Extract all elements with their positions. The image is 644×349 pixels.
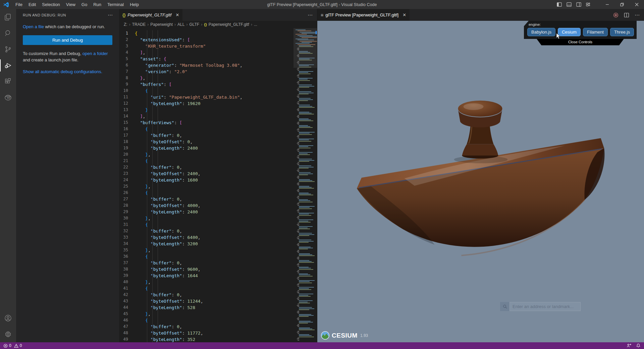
- cesium-3d-viewport[interactable]: engine: Babylon.jsCesiumFilamentThree.js…: [317, 21, 644, 342]
- paperweight-3d-model[interactable]: [317, 21, 644, 342]
- menu-edit[interactable]: Edit: [25, 0, 39, 9]
- code-line[interactable]: 16 {: [119, 126, 293, 132]
- code-line[interactable]: 26 {: [119, 190, 293, 196]
- code-line[interactable]: 38 "byteOffset": 9600,: [119, 266, 293, 272]
- menu-terminal[interactable]: Terminal: [104, 0, 127, 9]
- code-line[interactable]: 21 {: [119, 158, 293, 164]
- geocoder-input[interactable]: Enter an address or landmark...: [509, 302, 581, 311]
- feedback-icon[interactable]: [627, 343, 631, 348]
- open-a-file-link[interactable]: Open a file: [23, 24, 44, 29]
- code-line[interactable]: 7 "version": "2.0": [119, 68, 293, 75]
- tab-paperweight-gltf[interactable]: {} Paperweight_GLTF.gltf ✕: [119, 9, 182, 21]
- engine-button-filament[interactable]: Filament: [583, 28, 608, 36]
- toggle-panel-icon[interactable]: [567, 2, 572, 7]
- breadcrumb[interactable]: Z:›TRADE›Paperweight›ALL›GLTF›{}Paperwei…: [119, 21, 317, 28]
- breadcrumb-item[interactable]: GLTF: [189, 22, 199, 27]
- code-line[interactable]: 35 },: [119, 247, 293, 253]
- code-line[interactable]: 30 },: [119, 215, 293, 221]
- code-line[interactable]: 45 },: [119, 311, 293, 317]
- preview-tab-close-icon[interactable]: ✕: [402, 12, 406, 17]
- search-icon[interactable]: [0, 25, 16, 41]
- settings-gear-icon[interactable]: [0, 326, 16, 342]
- breadcrumb-item[interactable]: TRADE: [132, 22, 146, 27]
- code-line[interactable]: 43 "byteOffset": 11244,: [119, 298, 293, 304]
- menu-go[interactable]: Go: [78, 0, 90, 9]
- sidebar-more-actions-icon[interactable]: ⋯: [108, 12, 113, 18]
- menu-help[interactable]: Help: [127, 0, 142, 9]
- code-line[interactable]: 28 "byteOffset": 4000,: [119, 202, 293, 209]
- code-line[interactable]: 4 ],: [119, 49, 293, 56]
- code-line[interactable]: 37 "buffer": 0,: [119, 260, 293, 266]
- code-line[interactable]: 36 {: [119, 253, 293, 260]
- minimap[interactable]: [293, 28, 317, 342]
- menu-run[interactable]: Run: [90, 0, 104, 9]
- code-line[interactable]: 33 "byteOffset": 6400,: [119, 234, 293, 241]
- split-editor-icon[interactable]: [624, 12, 629, 18]
- code-line[interactable]: 2 "extensionsUsed": [: [119, 37, 293, 43]
- tab-gltf-preview[interactable]: ≡ glTF Preview [Paperweight_GLTF.gltf] ✕: [317, 9, 410, 21]
- code-line[interactable]: 17 "buffer": 0,: [119, 132, 293, 139]
- geocoder-search-icon[interactable]: [500, 302, 509, 311]
- code-line[interactable]: 1{: [119, 30, 293, 37]
- toggle-sidebar-icon[interactable]: [557, 2, 562, 7]
- code-line[interactable]: 9 "buffers": [: [119, 81, 293, 88]
- code-line[interactable]: 10 {: [119, 88, 293, 94]
- run-and-debug-icon[interactable]: [0, 57, 16, 73]
- code-line[interactable]: 3 "KHR_texture_transform": [119, 43, 293, 49]
- toggle-secondary-sidebar-icon[interactable]: [576, 2, 581, 7]
- notifications-bell-icon[interactable]: [636, 343, 641, 348]
- code-line[interactable]: 5 "asset": {: [119, 56, 293, 62]
- code-line[interactable]: 46 {: [119, 317, 293, 323]
- open-a-folder-link[interactable]: open a folder: [83, 51, 108, 56]
- menu-file[interactable]: File: [12, 0, 25, 9]
- code-line[interactable]: 6 "generator": "Marmoset Toolbag 3.08",: [119, 62, 293, 68]
- engine-button-babylonjs[interactable]: Babylon.js: [527, 28, 555, 36]
- code-line[interactable]: 44 "byteLength": 528: [119, 304, 293, 311]
- code-line[interactable]: 13 }: [119, 107, 293, 113]
- engine-button-threejs[interactable]: Three.js: [610, 28, 634, 36]
- code-line[interactable]: 42 "buffer": 0,: [119, 292, 293, 298]
- code-line[interactable]: 39 "byteLength": 1644: [119, 272, 293, 279]
- breadcrumb-item[interactable]: Z:: [124, 22, 127, 27]
- code-line[interactable]: 41 {: [119, 285, 293, 292]
- code-line[interactable]: 34 "byteLength": 3200: [119, 241, 293, 247]
- close-window-button[interactable]: [629, 0, 644, 9]
- code-line[interactable]: 22 "buffer": 0,: [119, 164, 293, 170]
- breadcrumb-item[interactable]: Paperweight: [150, 22, 173, 27]
- customize-layout-icon[interactable]: [586, 2, 591, 7]
- restore-button[interactable]: [614, 0, 629, 9]
- code-line[interactable]: 29 "byteLength": 2400: [119, 209, 293, 215]
- menu-selection[interactable]: Selection: [39, 0, 63, 9]
- code-line[interactable]: 15 "bufferViews": [: [119, 119, 293, 126]
- code-line[interactable]: 19 "byteLength": 2400: [119, 145, 293, 151]
- code-line[interactable]: 49 "byteLength": 352: [119, 336, 293, 342]
- code-line[interactable]: 11 "uri": "Paperweight_GLTF_data.bin",: [119, 94, 293, 100]
- accounts-icon[interactable]: [0, 310, 16, 326]
- code-line[interactable]: 32 "buffer": 0,: [119, 228, 293, 234]
- preview-more-actions-icon[interactable]: ⋯: [635, 12, 640, 18]
- tab-close-icon[interactable]: ✕: [175, 12, 179, 17]
- code-editor[interactable]: 1{2 "extensionsUsed": [3 "KHR_texture_tr…: [119, 28, 293, 342]
- menu-view[interactable]: View: [63, 0, 78, 9]
- close-controls-button[interactable]: Close Controls: [531, 39, 630, 45]
- code-line[interactable]: 40 },: [119, 279, 293, 285]
- code-line[interactable]: 24 "byteLength": 1600: [119, 177, 293, 183]
- code-line[interactable]: 47 "buffer": 0,: [119, 323, 293, 330]
- extensions-icon[interactable]: [0, 73, 16, 90]
- code-line[interactable]: 27 "buffer": 0,: [119, 196, 293, 202]
- code-line[interactable]: 25 },: [119, 183, 293, 190]
- code-line[interactable]: 8 },: [119, 75, 293, 81]
- code-line[interactable]: 48 "byteOffset": 11772,: [119, 330, 293, 336]
- engine-button-cesium[interactable]: Cesium: [558, 28, 581, 36]
- breadcrumb-item[interactable]: ALL: [177, 22, 184, 27]
- code-line[interactable]: 31 {: [119, 221, 293, 228]
- minimap-slider[interactable]: [293, 28, 317, 68]
- code-line[interactable]: 23 "byteOffset": 2400,: [119, 170, 293, 177]
- gltf-tools-icon[interactable]: TF: [0, 90, 16, 106]
- editor-more-actions-icon[interactable]: ⋯: [308, 12, 313, 18]
- code-line[interactable]: 20 },: [119, 151, 293, 158]
- source-control-icon[interactable]: [0, 41, 16, 57]
- breadcrumb-item[interactable]: ...: [254, 22, 257, 27]
- code-line[interactable]: 18 "byteOffset": 0,: [119, 139, 293, 145]
- code-line[interactable]: 12 "byteLength": 19620: [119, 100, 293, 107]
